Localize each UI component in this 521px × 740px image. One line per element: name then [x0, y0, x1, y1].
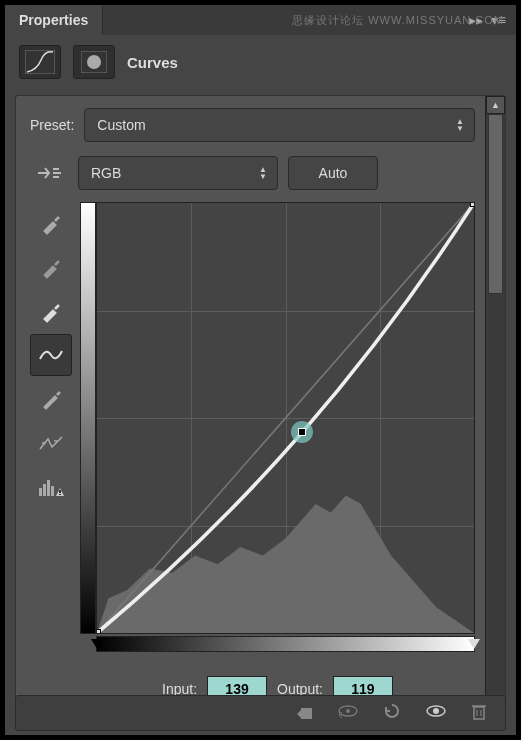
eye-back-icon [337, 704, 359, 718]
bottom-bar [15, 695, 506, 731]
svg-rect-8 [59, 494, 61, 495]
smooth-curve-button[interactable] [30, 422, 72, 464]
trash-icon [471, 702, 487, 720]
svg-rect-3 [39, 488, 42, 496]
tab-properties[interactable]: Properties [5, 5, 103, 35]
delete-button[interactable] [471, 702, 487, 724]
scrollbar[interactable]: ▲ ▼ [485, 96, 505, 714]
horizontal-gradient[interactable] [96, 636, 475, 652]
black-point-slider[interactable] [91, 639, 103, 649]
curve-icon [38, 345, 64, 365]
curves-icon [25, 50, 55, 74]
svg-rect-6 [51, 486, 54, 496]
svg-point-2 [87, 55, 101, 69]
chevron-updown-icon: ▲▼ [456, 118, 464, 132]
preset-label: Preset: [30, 117, 74, 133]
curves-thumb-button[interactable] [19, 45, 61, 79]
preset-dropdown[interactable]: Custom ▲▼ [84, 108, 475, 142]
histogram-warn-icon [38, 476, 64, 498]
pencil-icon [40, 388, 62, 410]
mask-thumb-button[interactable] [73, 45, 115, 79]
chevron-updown-icon: ▲▼ [259, 166, 267, 180]
eyedropper-black-button[interactable] [30, 202, 72, 244]
svg-point-12 [346, 709, 350, 713]
svg-rect-15 [474, 707, 484, 719]
reset-button[interactable] [383, 702, 401, 724]
eyedropper-white-button[interactable] [30, 290, 72, 332]
eyedropper-icon [39, 299, 63, 323]
curve-endpoint-white[interactable] [470, 202, 475, 207]
visibility-button[interactable] [425, 704, 447, 722]
preset-value: Custom [97, 117, 145, 133]
eye-icon [425, 704, 447, 718]
channel-dropdown[interactable]: RGB ▲▼ [78, 156, 278, 190]
eyedropper-gray-button[interactable] [30, 246, 72, 288]
clip-icon [295, 702, 313, 720]
svg-point-14 [433, 708, 439, 714]
adjustment-title: Curves [127, 54, 178, 71]
hand-icon [35, 162, 63, 184]
watermark: 思缘设计论坛 WWW.MISSYUAN.COM [292, 13, 504, 28]
mask-icon [81, 51, 107, 73]
pencil-curve-button[interactable] [30, 378, 72, 420]
curve-point[interactable] [291, 421, 313, 443]
svg-rect-10 [301, 708, 312, 719]
scroll-thumb[interactable] [488, 114, 503, 294]
clip-warning-button[interactable] [30, 466, 72, 508]
curve-endpoint-black[interactable] [96, 629, 101, 634]
eyedropper-icon [39, 255, 63, 279]
adjustment-type-row: Curves [5, 35, 516, 89]
smooth-icon [38, 433, 64, 453]
white-point-slider[interactable] [468, 639, 480, 649]
clip-to-layer-button[interactable] [295, 702, 313, 724]
targeted-adjust-button[interactable] [30, 157, 68, 189]
curve-line [97, 203, 474, 633]
point-curve-button[interactable] [30, 334, 72, 376]
view-previous-button[interactable] [337, 704, 359, 722]
tool-column [30, 202, 74, 702]
svg-rect-4 [43, 484, 46, 496]
channel-value: RGB [91, 165, 121, 181]
eyedropper-icon [39, 211, 63, 235]
svg-rect-7 [59, 490, 61, 493]
reset-icon [383, 702, 401, 720]
svg-rect-5 [47, 480, 50, 496]
vertical-gradient [80, 202, 96, 634]
main-area: Preset: Custom ▲▼ RGB ▲▼ Auto [15, 95, 506, 715]
curves-graph[interactable] [96, 202, 475, 634]
scroll-up-icon[interactable]: ▲ [486, 96, 505, 114]
auto-button[interactable]: Auto [288, 156, 378, 190]
